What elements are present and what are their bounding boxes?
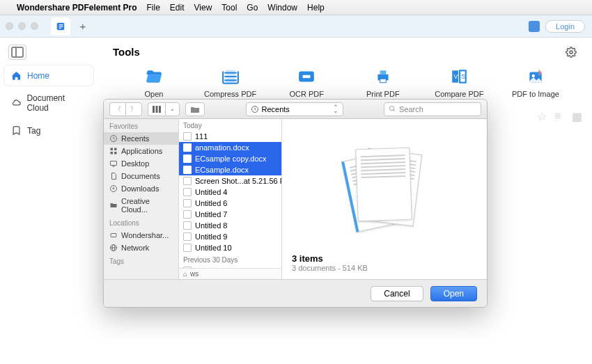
file-icon bbox=[183, 143, 192, 152]
file-icon bbox=[183, 244, 192, 252]
dialog-toolbar: 〈 〉 ⌄ Recents ⌃⌄ Search bbox=[104, 100, 487, 119]
list-header-prev30: Previous 30 Days bbox=[179, 253, 281, 265]
sidebar-collapse-button[interactable] bbox=[8, 45, 26, 60]
nav-forward-button[interactable]: 〉 bbox=[125, 102, 142, 116]
search-icon bbox=[389, 105, 396, 113]
svg-rect-3 bbox=[59, 27, 62, 28]
menu-edit[interactable]: Edit bbox=[170, 3, 185, 13]
cancel-button[interactable]: Cancel bbox=[371, 286, 423, 301]
settings-icon[interactable] bbox=[566, 47, 577, 58]
svg-rect-11 bbox=[380, 79, 386, 82]
sidebar-item-cloud[interactable]: Document Cloud bbox=[4, 88, 93, 118]
sidebar-item-label: Home bbox=[27, 71, 49, 81]
preview-subtitle: 3 documents - 514 KB bbox=[292, 264, 477, 272]
tool-label: Open bbox=[145, 90, 164, 98]
preview-title: 3 items bbox=[292, 253, 477, 264]
file-row[interactable]: Untitled 8 bbox=[179, 220, 281, 231]
tool-label: Compare PDF bbox=[435, 90, 483, 98]
tool-compare[interactable]: VS Compare PDF bbox=[428, 68, 490, 98]
list-header-today: Today bbox=[179, 119, 281, 131]
sidebar-item-label: Tag bbox=[27, 126, 40, 136]
star-icon[interactable]: ☆ bbox=[537, 110, 547, 120]
tool-open[interactable]: Open bbox=[123, 68, 185, 98]
favorites-header: Favorites bbox=[104, 119, 178, 132]
svg-point-6 bbox=[570, 51, 572, 54]
app-name[interactable]: Wondershare PDFelement Pro bbox=[17, 3, 137, 13]
app-tab[interactable] bbox=[51, 17, 70, 35]
file-row[interactable]: Untitled 4 bbox=[179, 187, 281, 198]
menu-go[interactable]: Go bbox=[247, 3, 258, 13]
menu-help[interactable]: Help bbox=[307, 3, 325, 13]
svg-text:V: V bbox=[454, 73, 458, 80]
clock-icon bbox=[251, 105, 259, 113]
svg-rect-28 bbox=[114, 152, 117, 155]
sidebar-documents[interactable]: Documents bbox=[104, 170, 178, 182]
file-row[interactable]: ECsample copy.docx bbox=[179, 153, 281, 164]
mac-menubar: Wondershare PDFelement Pro File Edit Vie… bbox=[0, 0, 592, 15]
search-input[interactable]: Search bbox=[384, 102, 481, 116]
svg-rect-25 bbox=[111, 148, 114, 151]
list-icon[interactable]: ≡ bbox=[554, 110, 565, 120]
page-title: Tools bbox=[113, 46, 140, 58]
account-icon[interactable] bbox=[529, 21, 540, 32]
tool-compress[interactable]: Compress PDF bbox=[199, 68, 262, 98]
window-controls[interactable] bbox=[6, 22, 38, 30]
tool-label: Print PDF bbox=[366, 90, 400, 98]
file-row[interactable]: Untitled 10 bbox=[179, 242, 281, 253]
sidebar-downloads[interactable]: Downloads bbox=[104, 182, 178, 195]
sidebar-applications[interactable]: Applications bbox=[104, 145, 178, 157]
file-row[interactable]: 111 bbox=[179, 131, 281, 142]
menu-tool[interactable]: Tool bbox=[221, 3, 237, 13]
file-row[interactable]: Screen Shot...at 5.21.56 PM bbox=[179, 175, 281, 187]
view-columns-button[interactable] bbox=[148, 102, 165, 116]
file-row[interactable]: Untitled 6 bbox=[179, 198, 281, 209]
new-tab-button[interactable]: + bbox=[75, 18, 91, 35]
file-row[interactable]: Untitled 7 bbox=[179, 209, 281, 220]
sidebar-item-tag[interactable]: Tag bbox=[4, 120, 93, 141]
tools-row: Open Compress PDF OCR PDF Print PDF VS C… bbox=[109, 68, 581, 98]
sidebar-creative-cloud[interactable]: Creative Cloud... bbox=[104, 195, 178, 216]
pdf-app-icon bbox=[56, 22, 65, 31]
apps-icon bbox=[109, 147, 118, 155]
svg-rect-27 bbox=[111, 152, 114, 155]
menu-view[interactable]: View bbox=[194, 3, 212, 13]
grid-icon[interactable]: ▦ bbox=[572, 110, 582, 120]
folder-button[interactable] bbox=[185, 102, 205, 116]
view-dropdown-button[interactable]: ⌄ bbox=[165, 102, 180, 116]
location-selector[interactable]: Recents ⌃⌄ bbox=[246, 102, 343, 116]
path-bar[interactable]: ⌂ws bbox=[179, 268, 281, 279]
tool-label: PDF to Image bbox=[512, 90, 559, 98]
login-button[interactable]: Login bbox=[545, 20, 585, 33]
file-list: Today 111 anamation.docx ECsample copy.d… bbox=[179, 119, 282, 279]
open-button[interactable]: Open bbox=[430, 286, 477, 301]
tool-ocr[interactable]: OCR PDF bbox=[275, 68, 338, 98]
svg-rect-32 bbox=[111, 234, 116, 237]
svg-rect-29 bbox=[111, 161, 117, 166]
chevron-updown-icon: ⌃⌄ bbox=[333, 106, 338, 113]
svg-rect-19 bbox=[156, 106, 158, 113]
file-row[interactable]: anamation.docx bbox=[179, 142, 281, 153]
menu-window[interactable]: Window bbox=[267, 3, 297, 13]
sidebar-wondershare[interactable]: Wondershar... bbox=[104, 229, 178, 242]
file-icon bbox=[183, 177, 192, 185]
nav-back-button[interactable]: 〈 bbox=[109, 102, 125, 116]
menu-file[interactable]: File bbox=[147, 3, 160, 13]
compare-icon: VS bbox=[450, 68, 468, 86]
svg-point-17 bbox=[532, 74, 535, 77]
sidebar-item-home[interactable]: Home bbox=[4, 65, 93, 86]
sidebar-network[interactable]: Network bbox=[104, 242, 178, 254]
sidebar-desktop[interactable]: Desktop bbox=[104, 157, 178, 170]
file-icon bbox=[183, 210, 192, 219]
dialog-footer: Cancel Open bbox=[104, 279, 487, 307]
file-row[interactable]: Untitled 9 bbox=[179, 231, 281, 242]
tool-pdf-to-image[interactable]: PDF to Image bbox=[504, 68, 567, 98]
file-icon bbox=[183, 199, 192, 207]
svg-rect-20 bbox=[159, 106, 161, 113]
sidebar-recents[interactable]: Recents bbox=[104, 132, 178, 145]
tool-label: OCR PDF bbox=[289, 90, 324, 98]
tool-print[interactable]: Print PDF bbox=[352, 68, 414, 98]
preview-pane: 3 items 3 documents - 514 KB bbox=[282, 119, 487, 279]
home-icon: ⌂ bbox=[183, 270, 187, 278]
dialog-sidebar: Favorites Recents Applications Desktop D… bbox=[104, 119, 179, 279]
file-row[interactable]: ECsample.docx bbox=[179, 164, 281, 175]
